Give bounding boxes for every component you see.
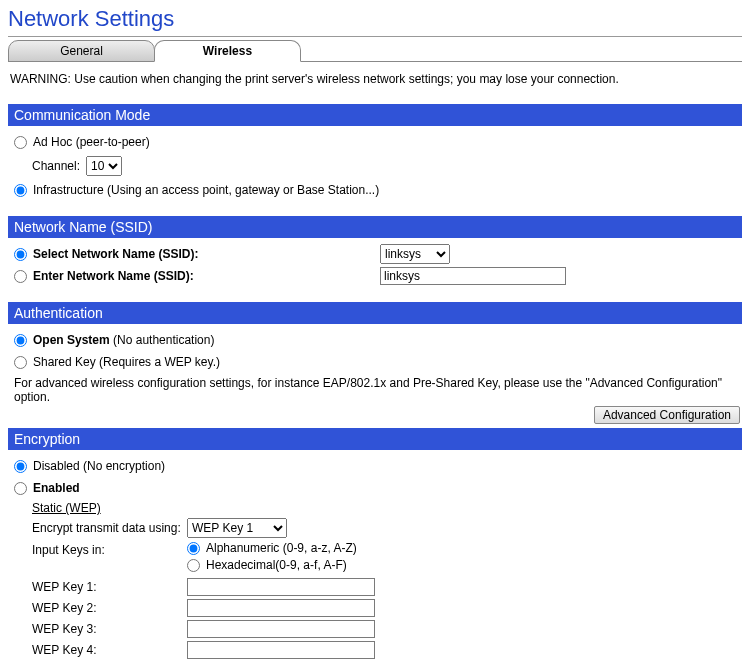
shared-key-label: Shared Key (Requires a WEP key.): [33, 355, 220, 369]
wep-key-4-input[interactable]: [187, 641, 375, 659]
input-keys-label: Input Keys in:: [32, 541, 187, 557]
tab-wireless[interactable]: Wireless: [154, 40, 301, 62]
wep-key-3-input[interactable]: [187, 620, 375, 638]
open-system-label: Open System (No authentication): [33, 333, 214, 347]
alphanumeric-label: Alphanumeric (0-9, a-z, A-Z): [206, 541, 357, 555]
encryption-enabled-label: Enabled: [33, 481, 80, 495]
enter-ssid-label: Enter Network Name (SSID):: [33, 269, 194, 283]
tab-general[interactable]: General: [8, 40, 155, 62]
adhoc-label: Ad Hoc (peer-to-peer): [33, 135, 150, 149]
tabs: General Wireless: [8, 39, 742, 62]
select-ssid-label: Select Network Name (SSID):: [33, 247, 198, 261]
radio-shared-key[interactable]: [14, 356, 27, 369]
section-header-communication-mode: Communication Mode: [8, 104, 742, 126]
auth-note: For advanced wireless configuration sett…: [14, 376, 740, 404]
section-header-ssid: Network Name (SSID): [8, 216, 742, 238]
wep-key-1-input[interactable]: [187, 578, 375, 596]
advanced-configuration-button[interactable]: Advanced Configuration: [594, 406, 740, 424]
warning-text: WARNING: Use caution when changing the p…: [10, 72, 742, 86]
wep-key-select[interactable]: WEP Key 1: [187, 518, 287, 538]
radio-encryption-disabled[interactable]: [14, 460, 27, 473]
infrastructure-label: Infrastructure (Using an access point, g…: [33, 183, 379, 197]
radio-encryption-enabled[interactable]: [14, 482, 27, 495]
radio-select-ssid[interactable]: [14, 248, 27, 261]
radio-enter-ssid[interactable]: [14, 270, 27, 283]
wep-key-4-label: WEP Key 4:: [32, 643, 187, 657]
encrypt-transmit-label: Encrypt transmit data using:: [32, 521, 187, 535]
ssid-input[interactable]: [380, 267, 566, 285]
ssid-select[interactable]: linksys: [380, 244, 450, 264]
radio-alphanumeric[interactable]: [187, 542, 200, 555]
hexadecimal-label: Hexadecimal(0-9, a-f, A-F): [206, 558, 347, 572]
wep-key-2-label: WEP Key 2:: [32, 601, 187, 615]
wep-key-3-label: WEP Key 3:: [32, 622, 187, 636]
radio-infrastructure[interactable]: [14, 184, 27, 197]
radio-hexadecimal[interactable]: [187, 559, 200, 572]
encryption-disabled-label: Disabled (No encryption): [33, 459, 165, 473]
section-header-encryption: Encryption: [8, 428, 742, 450]
static-wep-label: Static (WEP): [32, 501, 101, 515]
section-header-authentication: Authentication: [8, 302, 742, 324]
channel-select[interactable]: 10: [86, 156, 122, 176]
divider: [8, 36, 742, 37]
radio-adhoc[interactable]: [14, 136, 27, 149]
wep-key-2-input[interactable]: [187, 599, 375, 617]
channel-label: Channel:: [32, 159, 80, 173]
radio-open-system[interactable]: [14, 334, 27, 347]
wep-key-1-label: WEP Key 1:: [32, 580, 187, 594]
page-title: Network Settings: [8, 6, 742, 32]
